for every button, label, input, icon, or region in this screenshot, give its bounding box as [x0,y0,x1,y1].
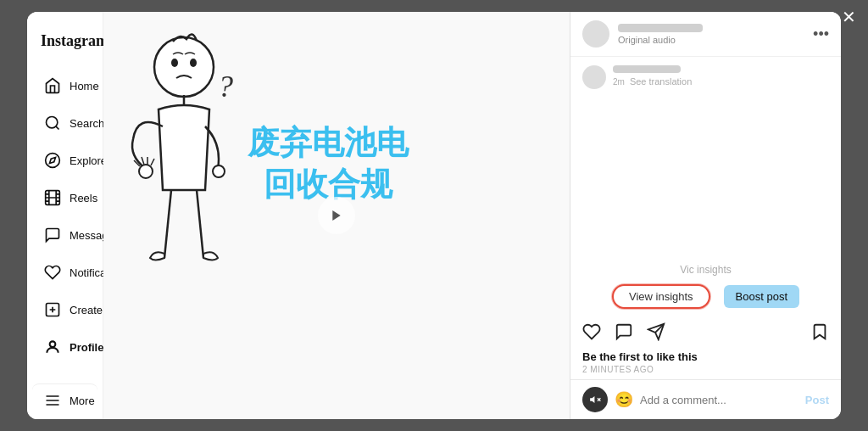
view-insights-button[interactable]: View insights [612,284,710,309]
svg-point-0 [47,117,58,128]
like-button[interactable] [582,322,601,345]
sidebar-item-profile[interactable]: Profile [32,329,97,365]
sidebar: Instagram Home Search Explore [27,12,103,419]
post-actions-row [570,316,841,349]
play-button[interactable] [318,197,355,234]
more-icon [44,391,61,410]
comment-time: 2m [613,77,625,87]
post-username-blurred [618,24,703,32]
svg-point-28 [213,165,225,177]
home-icon [44,76,61,95]
comment-username-blurred [613,65,681,73]
svg-line-1 [56,126,59,130]
comment-item: 2m See translation [582,65,829,89]
vic-insights-label: Vic insights [570,262,841,277]
notifications-icon [44,263,61,282]
svg-point-19 [154,37,214,97]
comment-button[interactable] [615,322,633,345]
sidebar-label-home: Home [70,80,99,92]
reels-icon [44,188,61,207]
sidebar-item-explore[interactable]: Explore [32,143,97,178]
create-icon [44,300,61,319]
sidebar-label-create: Create [70,304,103,316]
cartoon-character: ? [112,20,256,385]
boost-post-button[interactable]: Boost post [724,285,799,308]
messages-icon [44,226,61,244]
sidebar-item-notifications[interactable]: Notifications [32,255,97,290]
likes-row: Be the first to like this [570,349,841,365]
svg-point-20 [171,59,178,67]
mute-button[interactable] [582,387,608,412]
sidebar-item-reels[interactable]: Reels [32,180,97,216]
profile-icon [44,338,61,356]
comment-input[interactable] [640,394,798,406]
app-logo: Instagram [27,25,103,67]
comment-body: 2m See translation [613,65,692,89]
sidebar-item-home[interactable]: Home [32,68,97,104]
likes-label: Be the first to like this [582,350,698,363]
svg-marker-35 [590,396,594,403]
post-more-button[interactable]: ••• [813,25,829,43]
add-comment-row: 😊 Post [570,379,841,419]
post-header: Original audio ••• [570,12,841,57]
sidebar-item-messages[interactable]: Messages [32,217,97,253]
svg-marker-32 [332,210,340,221]
search-icon [44,114,61,132]
insights-row: View insights Boost post [570,277,841,316]
modal-overlay: ✕ Instagram Home Search Explor [0,0,868,431]
svg-text:?: ? [218,70,233,104]
video-background: ? 废弃电池电 回收合规 [103,12,570,419]
timestamp-row: 2 MINUTES AGO [570,365,841,379]
close-button[interactable]: ✕ [842,8,856,25]
svg-point-2 [46,154,60,168]
post-user-info: Original audio [618,24,703,45]
sidebar-label-more: More [70,395,95,407]
svg-point-21 [190,59,197,67]
svg-point-23 [139,165,153,178]
bookmark-button[interactable] [810,322,829,345]
post-video-area: ? 废弃电池电 回收合规 [103,12,570,419]
modal-container: Instagram Home Search Explore [27,12,841,419]
comments-area: 2m See translation [570,57,841,262]
sidebar-label-explore: Explore [70,154,107,167]
right-panel: Original audio ••• 2m See translation [570,12,841,419]
sidebar-label-reels: Reels [70,192,97,204]
svg-line-27 [151,159,154,165]
sidebar-item-more[interactable]: More [32,383,97,418]
see-translation-link[interactable]: See translation [630,76,692,87]
sidebar-item-search[interactable]: Search [32,105,97,141]
chinese-text: 废弃电池电 回收合规 [248,122,409,206]
post-avatar [582,20,609,48]
sidebar-label-profile: Profile [70,341,103,354]
post-comment-button[interactable]: Post [805,394,829,406]
sidebar-item-create[interactable]: Create [32,292,97,327]
share-button[interactable] [647,322,665,345]
sidebar-label-search: Search [70,117,104,130]
comment-avatar [582,65,606,89]
original-audio-label: Original audio [618,35,703,45]
svg-line-29 [164,190,171,258]
svg-marker-3 [49,157,55,163]
emoji-button[interactable]: 😊 [615,390,633,409]
svg-line-30 [197,190,203,258]
svg-point-15 [50,341,56,347]
svg-line-25 [142,157,144,165]
explore-icon [44,151,61,170]
